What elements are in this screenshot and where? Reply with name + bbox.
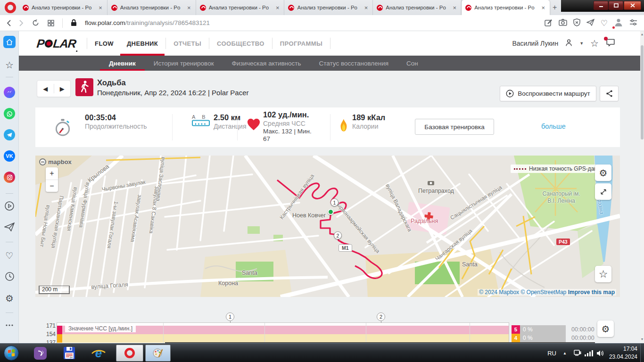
play-route-button[interactable]: Воспроизвести маршрут bbox=[500, 86, 596, 101]
network-plug-icon[interactable] bbox=[574, 344, 582, 362]
minimize-button[interactable] bbox=[594, 1, 608, 10]
zone-percent-bar: 0 % bbox=[520, 325, 566, 334]
improve-map-link[interactable]: Improve this map bbox=[568, 289, 615, 296]
tab-close-icon[interactable]: × bbox=[186, 4, 192, 11]
show-desktop-button[interactable] bbox=[640, 344, 644, 362]
attribution-mapbox-link[interactable]: © 2024 Mapbox bbox=[479, 289, 519, 296]
opera-menu-icon[interactable] bbox=[5, 2, 16, 13]
next-workout-button[interactable]: ▶ bbox=[54, 85, 71, 92]
camera-icon[interactable] bbox=[559, 19, 567, 28]
telegram-icon[interactable] bbox=[0, 129, 19, 140]
start-button[interactable] bbox=[4, 346, 19, 361]
language-indicator[interactable]: RU bbox=[547, 344, 556, 362]
personal-news-heart-icon[interactable]: ♡ bbox=[0, 250, 19, 261]
lap-marker-2[interactable]: 2 bbox=[377, 313, 385, 321]
route-map[interactable]: Крылова Чырвоны завулак вуліца Заслонава… bbox=[35, 156, 620, 297]
more-link[interactable]: больше bbox=[541, 123, 566, 130]
windows-taskbar: 64 e RU ▲ 17:04 23.04.2024 bbox=[0, 343, 644, 362]
nav-flow[interactable]: FLOW bbox=[88, 31, 120, 56]
subnav-diary[interactable]: Дневник bbox=[100, 56, 145, 71]
vk-icon[interactable]: VK bbox=[0, 150, 19, 162]
send-to-device-icon[interactable] bbox=[586, 19, 594, 28]
chart-settings-gear-button[interactable]: ⚙ bbox=[597, 321, 614, 337]
page-scrollbar[interactable]: ▲ ▼ bbox=[640, 31, 644, 343]
browser-tab[interactable]: Анализ тренировки - Po× bbox=[284, 0, 373, 15]
volume-icon[interactable] bbox=[596, 344, 604, 362]
speed-dial-icon[interactable] bbox=[48, 20, 54, 26]
url-text[interactable]: flow.polar.com/training/analysis/7865483… bbox=[85, 19, 210, 26]
reload-icon[interactable] bbox=[32, 19, 39, 26]
subnav-activity[interactable]: Физическая активность bbox=[223, 56, 310, 71]
subnav-history[interactable]: История тренировок bbox=[145, 56, 223, 71]
tab-close-icon[interactable]: × bbox=[540, 4, 546, 11]
more-options-icon[interactable] bbox=[0, 324, 19, 326]
paint-taskbar-button[interactable] bbox=[145, 345, 171, 362]
subnav-recovery[interactable]: Статус восстановления bbox=[310, 56, 398, 71]
viber-taskbar-icon[interactable] bbox=[32, 346, 48, 361]
previous-workout-button[interactable]: ◀ bbox=[37, 85, 54, 92]
instagram-icon[interactable] bbox=[0, 172, 19, 183]
tab-close-icon[interactable]: × bbox=[98, 4, 103, 11]
opera-taskbar-button[interactable] bbox=[116, 345, 143, 362]
map-settings-gear-button[interactable]: ⚙ bbox=[595, 165, 611, 181]
history-clock-icon[interactable] bbox=[0, 272, 19, 281]
training-benefit-button[interactable]: Базовая тренировка bbox=[415, 119, 494, 135]
user-icon[interactable] bbox=[565, 39, 573, 49]
bookmarks-star-icon[interactable]: ☆ bbox=[0, 59, 19, 71]
messenger-icon[interactable] bbox=[0, 87, 19, 98]
whatsapp-icon[interactable] bbox=[0, 108, 19, 119]
zoom-in-button[interactable]: + bbox=[46, 167, 58, 180]
signal-bars-icon[interactable] bbox=[585, 344, 593, 362]
subnav-sleep[interactable]: Сон bbox=[397, 56, 427, 71]
zoom-out-button[interactable]: − bbox=[46, 180, 58, 192]
profile-avatar[interactable] bbox=[614, 17, 623, 29]
diary-subnav: Дневник История тренировок Физическая ак… bbox=[19, 56, 640, 71]
chevron-down-icon[interactable]: ▼ bbox=[579, 41, 584, 46]
map-favorite-star-button[interactable]: ☆ bbox=[595, 266, 611, 282]
speed-dial-home-icon[interactable] bbox=[0, 36, 19, 48]
hr-plot-area[interactable]: Значение ЧСС [уд./мин.] bbox=[57, 322, 509, 343]
hidden-icons-arrow[interactable]: ▲ bbox=[563, 344, 567, 362]
new-tab-button[interactable]: + bbox=[553, 3, 557, 12]
tab-close-icon[interactable]: × bbox=[275, 4, 281, 11]
nav-diary[interactable]: ДНЕВНИК bbox=[120, 31, 165, 56]
tab-title: Анализ тренировки - Po bbox=[297, 5, 360, 10]
browser-tab[interactable]: Анализ тренировки - Po× bbox=[373, 0, 462, 15]
scroll-down-icon[interactable]: ▼ bbox=[640, 337, 644, 341]
bookmark-heart-icon[interactable]: ♡ bbox=[601, 18, 608, 28]
browser-tab[interactable]: Анализ тренировки - Po× bbox=[107, 0, 196, 15]
tab-close-icon[interactable]: × bbox=[452, 4, 458, 11]
nav-reports[interactable]: ОТЧЕТЫ bbox=[167, 31, 208, 56]
taskbar-clock[interactable]: 17:04 23.04.2024 bbox=[609, 345, 637, 361]
settings-gear-icon[interactable]: ⚙ bbox=[0, 293, 19, 304]
shield-blocker-icon[interactable] bbox=[573, 18, 580, 28]
lap-marker-1[interactable]: 1 bbox=[226, 313, 234, 321]
back-icon[interactable] bbox=[7, 20, 11, 26]
floppy-app-taskbar-icon[interactable]: 64 bbox=[61, 346, 77, 361]
forward-icon[interactable] bbox=[19, 20, 24, 26]
polar-logo[interactable]: PLAR bbox=[35, 31, 80, 56]
scroll-up-icon[interactable]: ▲ bbox=[640, 33, 644, 36]
maximize-button[interactable] bbox=[609, 1, 623, 10]
map-fullscreen-button[interactable] bbox=[595, 183, 611, 200]
close-button[interactable] bbox=[624, 1, 641, 10]
browser-tab-active[interactable]: Анализ тренировки - Po× bbox=[462, 0, 550, 15]
tab-close-icon[interactable]: × bbox=[363, 4, 369, 11]
player-icon[interactable] bbox=[0, 201, 19, 211]
edit-icon[interactable] bbox=[545, 18, 553, 28]
messages-icon[interactable] bbox=[605, 38, 616, 49]
internet-explorer-taskbar-icon[interactable]: e bbox=[91, 346, 107, 361]
my-flow-plane-icon[interactable] bbox=[0, 222, 19, 231]
mapbox-logo[interactable]: mmapbox bbox=[39, 158, 72, 165]
user-name[interactable]: Василий Лукин bbox=[512, 40, 558, 47]
attribution-osm-link[interactable]: © OpenStreetMap bbox=[520, 289, 566, 296]
nav-programs[interactable]: ПРОГРАММЫ bbox=[273, 31, 329, 56]
scrollbar-thumb[interactable] bbox=[641, 45, 644, 140]
lock-icon[interactable] bbox=[71, 19, 77, 26]
settings-sliders-icon[interactable] bbox=[629, 19, 637, 28]
share-button[interactable] bbox=[600, 86, 619, 101]
favorites-star-icon[interactable]: ☆ bbox=[590, 38, 599, 49]
browser-tab[interactable]: Анализ тренировки - Po× bbox=[196, 0, 285, 15]
nav-community[interactable]: СООБЩЕСТВО bbox=[210, 31, 271, 56]
browser-tab[interactable]: Анализ тренировки - Po× bbox=[19, 0, 107, 15]
